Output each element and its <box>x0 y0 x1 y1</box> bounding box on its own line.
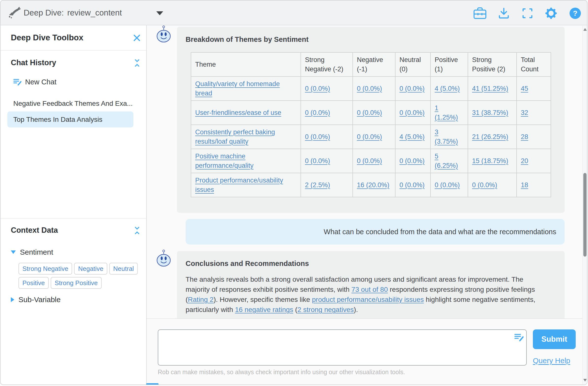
collapse-section-icon[interactable] <box>135 59 140 67</box>
count-link[interactable]: 5 (6.25%) <box>435 153 458 169</box>
count-link[interactable]: 16 (20.0%) <box>357 181 389 189</box>
sentiment-chip[interactable]: Positive <box>19 277 49 289</box>
new-chat-icon <box>13 79 22 86</box>
settings-gear-icon[interactable] <box>545 7 557 19</box>
count-link[interactable]: 2 (2.5%) <box>305 181 330 189</box>
table-header-row: ThemeStrong Negative (-2)Negative (-1)Ne… <box>191 52 551 77</box>
inline-link[interactable]: Rating 2 <box>188 296 213 303</box>
table-row: User-friendliness/ease of use0 (0.0%)0 (… <box>191 101 551 125</box>
sub-variable-group-toggle[interactable]: Sub-Variable <box>11 295 61 304</box>
table-row: Quality/variety of homemade bread0 (0.0%… <box>191 77 551 101</box>
count-link[interactable]: 0 (0.0%) <box>399 109 425 116</box>
app-header: Deep Dive:review_content <box>0 0 587 25</box>
count-link[interactable]: 32 <box>521 109 528 116</box>
sentiment-chip[interactable]: Neutral <box>109 263 138 275</box>
sentiment-chip[interactable]: Strong Positive <box>51 277 102 289</box>
paragraph-text: ). However, specific themes like <box>214 296 312 303</box>
sub-variable-group-label: Sub-Variable <box>19 295 61 304</box>
help-icon[interactable]: ? <box>569 7 581 19</box>
expanded-triangle-icon <box>11 250 16 254</box>
deep-dive-app: Deep Dive:review_content <box>0 0 588 385</box>
count-link[interactable]: 0 (0.0%) <box>399 181 425 189</box>
collapse-section-icon[interactable] <box>135 226 140 234</box>
sentiment-chip[interactable]: Negative <box>74 263 107 275</box>
theme-link[interactable]: User-friendliness/ease of use <box>195 109 281 116</box>
scroll-down-arrow[interactable] <box>583 379 587 382</box>
table-body: Quality/variety of homemade bread0 (0.0%… <box>191 77 551 197</box>
theme-link[interactable]: Quality/variety of homemade bread <box>195 80 280 97</box>
count-link[interactable]: 0 (0.0%) <box>357 109 382 116</box>
chat-history-list: Negative Feedback Themes And Exa...Top T… <box>7 96 133 127</box>
divider <box>0 50 146 51</box>
new-chat-button[interactable]: New Chat <box>13 78 56 86</box>
paragraph-text: ( <box>293 306 297 313</box>
scrollbar-thumb[interactable] <box>583 173 587 257</box>
count-link[interactable]: 0 (0.0%) <box>399 85 425 92</box>
count-link[interactable]: 31 (38.75%) <box>472 109 508 116</box>
count-link[interactable]: 45 <box>521 85 528 92</box>
query-input[interactable] <box>158 329 527 366</box>
sentiment-breakdown-table: ThemeStrong Negative (-2)Negative (-1)Ne… <box>191 52 551 197</box>
table-column-header: Total Count <box>517 52 551 77</box>
sentiment-group-toggle[interactable]: Sentiment <box>11 248 53 256</box>
sentiment-chips: Strong NegativeNegativeNeutralPositiveSt… <box>19 263 141 289</box>
count-link[interactable]: 0 (0.0%) <box>357 157 382 164</box>
table-column-header: Neutral (0) <box>395 52 430 77</box>
message-heading: Conclusions and Recommendations <box>186 260 309 268</box>
toolbox-icon[interactable] <box>473 7 487 20</box>
count-link[interactable]: 3 (3.75%) <box>435 128 458 145</box>
inline-link[interactable]: 73 out of 80 <box>352 286 388 293</box>
context-data-title: Context Data <box>11 226 58 235</box>
count-link[interactable]: 15 (18.75%) <box>472 157 508 164</box>
count-link[interactable]: 0 (0.0%) <box>305 157 330 164</box>
compose-icon <box>514 333 524 342</box>
chat-history-item[interactable]: Negative Feedback Themes And Exa... <box>7 96 133 111</box>
fullscreen-icon[interactable] <box>523 8 532 18</box>
count-link[interactable]: 0 (0.0%) <box>305 85 330 92</box>
count-link[interactable]: 21 (26.25%) <box>472 133 508 141</box>
count-link[interactable]: 18 <box>521 181 528 189</box>
table-row: Product performance/usability issues2 (2… <box>191 173 551 197</box>
conclusions-paragraph: The analysis reveals both a strong overa… <box>186 274 545 315</box>
submit-button[interactable]: Submit <box>533 329 576 349</box>
count-link[interactable]: 1 (1.25%) <box>435 104 458 121</box>
count-link[interactable]: 0 (0.0%) <box>305 133 330 141</box>
download-icon[interactable] <box>498 8 509 19</box>
sentiment-chip[interactable]: Strong Negative <box>19 263 72 275</box>
inline-link[interactable]: product performance/usability issues <box>312 296 424 303</box>
chat-history-title: Chat History <box>11 58 56 67</box>
chat-history-item[interactable]: Top Themes In Data Analysis <box>7 111 133 127</box>
chat-panel: Breakdown of Themes by Sentiment ThemeSt… <box>147 25 587 385</box>
count-link[interactable]: 0 (0.0%) <box>357 133 382 141</box>
theme-link[interactable]: Product performance/usability issues <box>195 177 283 193</box>
count-link[interactable]: 20 <box>521 157 528 164</box>
count-link[interactable]: 0 (0.0%) <box>399 157 425 164</box>
svg-text:?: ? <box>573 9 577 17</box>
count-link[interactable]: 0 (0.0%) <box>472 181 497 189</box>
count-link[interactable]: 4 (5.0%) <box>435 85 460 92</box>
theme-link[interactable]: Consistently perfect baking results/loaf… <box>195 128 275 145</box>
new-chat-label: New Chat <box>25 78 56 86</box>
count-link[interactable]: 28 <box>521 133 528 141</box>
sidebar-title: Deep Dive Toolbox <box>11 33 84 42</box>
count-link[interactable]: 41 (51.25%) <box>472 85 508 92</box>
count-link[interactable]: 0 (0.0%) <box>357 85 382 92</box>
inline-link[interactable]: 2 strong negatives <box>297 306 354 313</box>
query-help-link[interactable]: Query Help <box>533 356 570 365</box>
sidebar-close-icon[interactable] <box>133 34 141 41</box>
count-link[interactable]: 0 (0.0%) <box>435 181 460 189</box>
count-link[interactable]: 0 (0.0%) <box>305 109 330 116</box>
theme-link[interactable]: Positive machine performance/quality <box>195 153 253 169</box>
divider <box>0 218 146 219</box>
page-title: Deep Dive:review_content <box>24 0 122 25</box>
scroll-up-arrow[interactable] <box>583 28 587 31</box>
table-column-header: Negative (-1) <box>353 52 395 77</box>
message-heading: Breakdown of Themes by Sentiment <box>186 35 309 43</box>
dataset-dropdown-caret[interactable] <box>156 11 163 15</box>
user-message-bubble: What can be concluded from the data and … <box>186 219 565 244</box>
table-column-header: Strong Negative (-2) <box>301 52 353 77</box>
count-link[interactable]: 4 (5.0%) <box>399 133 425 141</box>
collapsed-triangle-icon <box>11 297 14 302</box>
inline-link[interactable]: 16 negative ratings <box>235 306 294 313</box>
scrollbar <box>582 26 587 384</box>
